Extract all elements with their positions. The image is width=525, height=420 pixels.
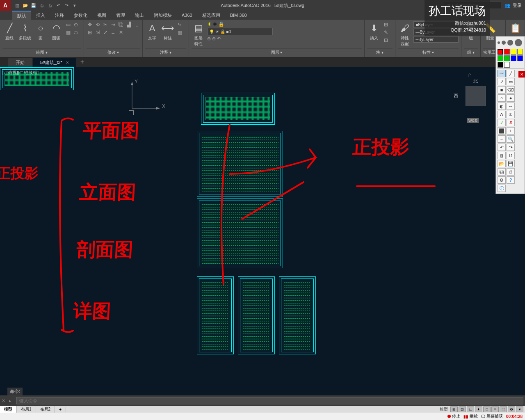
- polyline-button[interactable]: ⌇多段线: [18, 21, 32, 42]
- layer-prev-icon[interactable]: ↶: [217, 36, 221, 41]
- tool-redo[interactable]: ↷: [507, 144, 515, 151]
- viewcube[interactable]: 北 西 WCS: [459, 80, 492, 112]
- cmd-chevron-icon[interactable]: ▸: [9, 398, 15, 404]
- viewcube-west[interactable]: 西: [454, 93, 458, 99]
- annotation-toolbox[interactable]: ✕ 〰╱↗ ▭■⌫ ○●◐ ↔A① ✓✗⬛ +−🔍 ↶↷🗑 🗋📂💾 ⿻⎙⚙ ?ⓘ: [495, 36, 525, 194]
- color-white[interactable]: [504, 62, 510, 68]
- tab-layout2[interactable]: 布局2: [36, 406, 55, 413]
- tab-bim360[interactable]: BIM 360: [225, 11, 252, 19]
- cmd-close-icon[interactable]: ✕: [2, 398, 7, 404]
- panel-props-title[interactable]: 特性 ▾: [398, 48, 459, 55]
- move-icon[interactable]: ✥: [87, 21, 93, 28]
- cad-drawing-sheet[interactable]: [279, 276, 316, 354]
- tool-line[interactable]: ╱: [507, 70, 515, 77]
- qat-undo-icon[interactable]: ↶: [55, 2, 62, 9]
- insert-button[interactable]: ⬇插入: [367, 21, 381, 42]
- layer-match-icon[interactable]: ⊕: [207, 36, 211, 41]
- qat-redo-icon[interactable]: ↷: [63, 2, 70, 9]
- tab-output[interactable]: 输出: [130, 11, 149, 20]
- tool-magnify[interactable]: 🔍: [507, 135, 515, 143]
- color-green2[interactable]: [504, 55, 510, 61]
- array-icon[interactable]: ⊞: [87, 29, 93, 36]
- tool-plus[interactable]: +: [507, 127, 515, 135]
- color-blue[interactable]: [511, 55, 516, 61]
- brush-size-xl[interactable]: [515, 39, 522, 46]
- viewcube-wcs[interactable]: WCS: [467, 118, 479, 123]
- erase-icon[interactable]: ✕: [118, 29, 124, 36]
- recorder-stop-button[interactable]: 停止: [447, 413, 460, 419]
- cad-drawing-sheet[interactable]: [201, 93, 275, 125]
- brush-size-large[interactable]: [507, 40, 513, 46]
- rotate-icon[interactable]: ⟲: [94, 21, 101, 28]
- tool-eraser[interactable]: ⌫: [507, 86, 515, 94]
- edit-block-icon[interactable]: ✎: [383, 29, 389, 36]
- drawing-area[interactable]: [-][俯视][二维线框] Y X 正投影 平面图 立面图 剖面图 详图 正投影: [0, 67, 525, 395]
- qat-more-icon[interactable]: ▾: [71, 2, 78, 9]
- qat-save-icon[interactable]: 💾: [30, 2, 37, 9]
- qat-open-icon[interactable]: 📂: [22, 2, 29, 9]
- tool-info[interactable]: ⓘ: [498, 185, 506, 192]
- color-yellow[interactable]: [511, 49, 516, 55]
- brush-size-med[interactable]: [502, 41, 506, 45]
- tab-add-layout[interactable]: +: [55, 407, 66, 412]
- tool-text[interactable]: A: [498, 111, 506, 118]
- panel-modify-title[interactable]: 修改 ▾: [87, 48, 140, 55]
- cad-drawing-sheet[interactable]: [197, 131, 283, 196]
- tool-cross[interactable]: ✗: [507, 119, 515, 126]
- file-tab-start[interactable]: 开始: [8, 58, 32, 67]
- tab-insert[interactable]: 插入: [31, 11, 50, 20]
- snap-toggle[interactable]: ⊡: [459, 406, 466, 412]
- tool-freehand[interactable]: 〰: [498, 70, 506, 77]
- customize-toggle[interactable]: ▾: [516, 406, 523, 412]
- osnap-toggle[interactable]: □: [483, 406, 491, 412]
- tab-view[interactable]: 视图: [92, 11, 111, 20]
- signin-button[interactable]: 登录: [513, 2, 522, 9]
- anno-toggle[interactable]: ⬚: [500, 406, 507, 412]
- add-tab-button[interactable]: +: [77, 57, 87, 67]
- color-yellow2[interactable]: [517, 49, 523, 55]
- more-draw-icon[interactable]: ⊙: [73, 21, 79, 28]
- line-button[interactable]: ╱直线: [2, 21, 16, 42]
- rect-icon[interactable]: ▭: [65, 21, 71, 28]
- cad-drawing-sheet[interactable]: [197, 276, 234, 354]
- cad-drawing-sheet[interactable]: [238, 276, 275, 354]
- app-logo[interactable]: A: [0, 0, 11, 11]
- copy-icon[interactable]: ⿻: [118, 21, 124, 28]
- layer-dropdown[interactable]: 💡 ☀ 🔓 ■ 0: [207, 28, 273, 35]
- matchprop-button[interactable]: 🖌特性 匹配: [398, 21, 412, 48]
- tab-featured[interactable]: 精选应用: [197, 11, 225, 20]
- tool-check[interactable]: ✓: [498, 119, 506, 126]
- mirror-icon[interactable]: ▟: [126, 21, 132, 28]
- tool-blur[interactable]: ◐: [498, 103, 506, 110]
- color-red2[interactable]: [504, 49, 510, 55]
- trim-icon[interactable]: ✂: [102, 21, 109, 28]
- tool-minus[interactable]: −: [498, 135, 506, 143]
- panel-annot-title[interactable]: 注释 ▾: [145, 48, 186, 55]
- tab-default[interactable]: 默认: [12, 11, 31, 20]
- stretch-icon[interactable]: ⇲: [94, 29, 101, 36]
- create-block-icon[interactable]: ⊞: [383, 21, 389, 28]
- tool-arrow[interactable]: ↗: [498, 78, 506, 85]
- cad-drawing-sheet[interactable]: [0, 67, 74, 90]
- tool-ellipse[interactable]: ○: [498, 94, 506, 102]
- tool-doublearrow[interactable]: ↔: [507, 103, 515, 110]
- tab-model[interactable]: 模型: [0, 406, 17, 413]
- grid-toggle[interactable]: ⊞: [450, 406, 458, 412]
- qat-new-icon[interactable]: ▥: [14, 2, 21, 9]
- panel-layer-title[interactable]: 图层 ▾: [192, 48, 362, 55]
- tool-new[interactable]: 🗋: [507, 152, 515, 159]
- panel-block-title[interactable]: 块 ▾: [367, 48, 393, 55]
- toolbox-close-button[interactable]: ✕: [518, 71, 525, 78]
- tab-manage[interactable]: 管理: [111, 11, 130, 20]
- text-button[interactable]: A文字: [145, 21, 159, 42]
- tool-copy[interactable]: ⿻: [498, 168, 506, 176]
- tool-rect[interactable]: ▭: [507, 78, 515, 85]
- recorder-capture-button[interactable]: 🖵屏幕捕获: [481, 413, 503, 419]
- workspace-toggle[interactable]: ⚙: [508, 406, 515, 412]
- fillet-icon[interactable]: ◟: [133, 21, 140, 28]
- lweight-toggle[interactable]: ≡: [491, 406, 499, 412]
- tab-parametric[interactable]: 参数化: [69, 11, 92, 20]
- layer-iso-icon[interactable]: ⊖: [212, 36, 216, 41]
- tool-open[interactable]: 📂: [498, 160, 506, 167]
- leader-icon[interactable]: ⤷: [176, 21, 183, 28]
